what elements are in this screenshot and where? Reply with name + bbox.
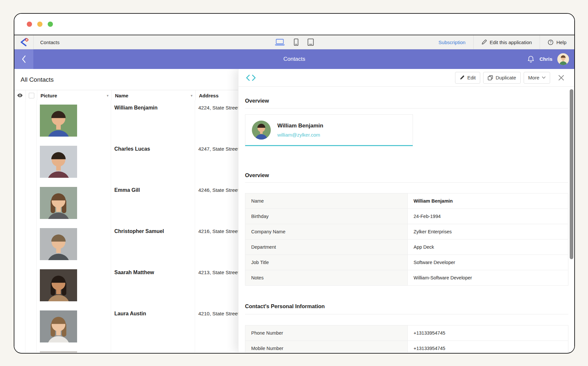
field-value: 24-Feb-1994 [408,209,568,224]
phone-icon[interactable] [294,39,299,46]
tablet-icon[interactable] [308,39,314,46]
contact-photo [40,228,77,260]
edit-button[interactable]: Edit [455,72,480,84]
section-divider [245,108,568,108]
column-label: Picture [41,93,57,98]
record-actions: Edit Duplicate More [455,72,564,84]
column-header-name[interactable]: Name ▾ [112,90,196,101]
field-label: Department [245,240,408,255]
top-toolbar: Contacts Subscr [14,35,574,49]
duplicate-button[interactable]: Duplicate [483,72,521,84]
field-label: Phone Number [245,325,408,341]
field-row: Mobile Number +13133954745 [245,341,568,352]
app-logo-icon[interactable] [14,35,34,49]
field-label: Birthday [245,209,408,224]
help-label: Help [556,40,566,45]
duplicate-label: Duplicate [496,75,516,80]
field-row: Name William Benjamin [245,193,568,209]
field-row: Department App Deck [245,240,568,255]
help-button[interactable]: ? Help [540,35,574,49]
field-value: Zylker Enterprises [408,224,568,239]
edit-application-label: Edit this application [490,40,532,45]
bell-icon[interactable] [527,55,534,63]
column-header-picture[interactable]: Picture ▾ [37,90,112,101]
help-icon: ? [548,40,553,45]
edit-application-button[interactable]: Edit this application [473,35,540,49]
field-value: Software Developer [408,255,568,270]
contact-name: Nora Thomas [111,347,195,352]
sort-caret-icon: ▾ [191,94,192,97]
field-value: App Deck [408,240,568,255]
scrollbar-thumb[interactable] [570,89,573,259]
app-header-bar: Contacts Chris [14,49,574,69]
chevron-down-icon [542,76,546,79]
window-zoom-light[interactable] [48,22,53,27]
pencil-icon [482,40,487,45]
close-icon[interactable] [558,75,564,81]
field-value: +13133954745 [408,341,568,352]
section-divider [245,182,568,183]
field-label: Name [245,193,408,208]
user-name[interactable]: Chris [539,56,552,62]
contact-photo [40,187,77,219]
select-all-checkbox[interactable] [29,93,34,98]
show-hide-columns-cell [14,90,26,101]
window-close-light[interactable] [27,22,32,27]
contact-card-email[interactable]: william@zylker.com [277,132,323,138]
record-toolbar: Edit Duplicate More [238,69,574,87]
record-body: Overview William Benjamin william@zylker… [238,98,574,352]
field-row: Company Name Zylker Enterprises [245,224,568,240]
select-all-cell [26,90,37,101]
column-label: Name [115,93,128,98]
field-row: Notes William-Software Developer [245,270,568,285]
contact-summary-card: William Benjamin william@zylker.com [245,114,413,146]
contact-photo [40,310,77,342]
device-preview-switcher [275,35,314,49]
user-avatar[interactable] [557,53,569,65]
pencil-icon [460,75,465,80]
desktop-icon[interactable] [275,39,285,46]
field-label: Job Title [245,255,408,270]
contact-photo [40,105,77,137]
list-title: All Contacts [21,76,54,83]
contact-name: Charles Lucas [111,141,195,183]
contact-name: William Benjamin [111,100,195,141]
field-label: Notes [245,270,408,285]
content-area: All Contacts Picture ▾ [14,69,574,352]
window-titlebar [14,14,574,35]
sort-caret-icon: ▾ [107,94,108,97]
record-detail-panel: Edit Duplicate More Overview [238,69,574,352]
contact-card-name: William Benjamin [277,123,323,129]
overview-fields-table: Name William Benjamin Birthday 24-Feb-19… [245,193,568,286]
field-row: Job Title Software Developer [245,255,568,270]
duplicate-icon [488,75,493,80]
field-row: Phone Number +13133954745 [245,325,568,341]
section-divider [245,314,568,314]
eye-icon[interactable] [17,93,23,97]
code-view-icon[interactable] [246,75,256,81]
more-label: More [528,75,539,80]
toolbar-right-group: Subscription Edit this application ? Hel… [431,35,574,49]
contact-name: Christopher Samuel [111,224,195,265]
user-cluster: Chris [527,49,569,69]
personal-fields-table: Phone Number +13133954745 Mobile Number … [245,325,568,352]
section-title-overview: Overview [245,98,568,104]
page-title: Contacts [14,56,574,62]
contact-name: Emma Gill [111,183,195,224]
more-button[interactable]: More [524,72,550,84]
field-row: Birthday 24-Feb-1994 [245,209,568,224]
column-label: Address [199,93,219,98]
contact-photo [40,352,77,352]
svg-text:?: ? [550,41,552,44]
field-label: Mobile Number [245,341,408,352]
field-value: William Benjamin [408,193,568,208]
panel-scrollbar [570,69,573,352]
field-value: +13133954745 [408,325,568,341]
contact-name: Laura Austin [111,306,195,347]
section-title-overview-details: Overview [245,172,568,178]
field-value: William-Software Developer [408,270,568,285]
toolbar-app-name: Contacts [34,35,59,49]
edit-label: Edit [467,75,476,80]
subscription-link[interactable]: Subscription [431,35,473,49]
window-minimize-light[interactable] [37,22,42,27]
